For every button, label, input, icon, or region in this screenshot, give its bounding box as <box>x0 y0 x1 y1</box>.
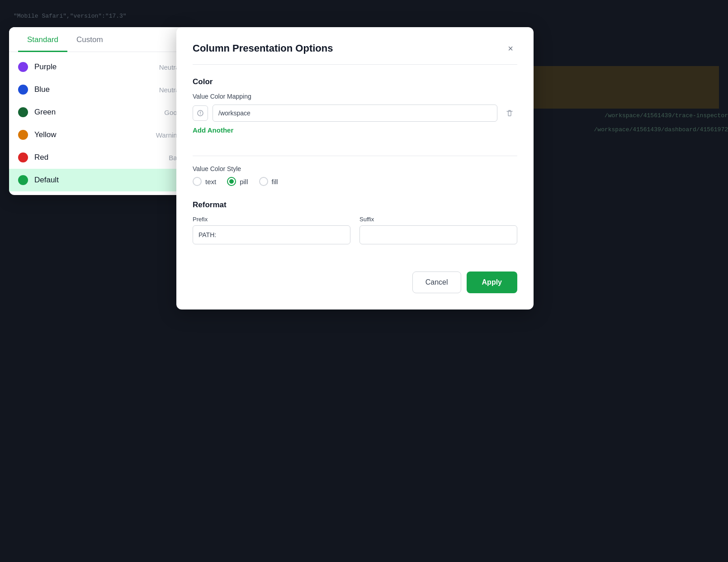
tab-standard[interactable]: Standard <box>18 27 67 52</box>
prefix-suffix-row: Prefix Suffix <box>193 216 517 244</box>
value-mapping-row <box>193 105 517 122</box>
color-name-purple: Purple <box>34 62 153 71</box>
mapping-section-label: Value Color Mapping <box>193 93 517 100</box>
style-option-text[interactable]: text <box>193 177 216 186</box>
modal-header: Column Presentation Options × <box>193 42 517 65</box>
modal-title: Column Presentation Options <box>193 43 333 54</box>
color-item-yellow[interactable]: YellowWarning <box>9 124 190 146</box>
color-dot-default <box>18 175 28 185</box>
color-item-default[interactable]: Default <box>9 169 190 191</box>
mapping-input[interactable] <box>213 105 497 122</box>
color-list: PurpleNeutralBlueNeutralGreenGoodYellowW… <box>9 52 190 195</box>
edit-icon <box>197 110 203 116</box>
color-name-blue: Blue <box>34 85 153 94</box>
style-section-label: Value Color Style <box>193 165 517 172</box>
color-section-label: Color <box>193 77 517 86</box>
color-item-purple[interactable]: PurpleNeutral <box>9 56 190 78</box>
tabs-header: Standard Custom <box>9 27 190 52</box>
color-item-blue[interactable]: BlueNeutral <box>9 78 190 101</box>
apply-button[interactable]: Apply <box>467 271 517 293</box>
suffix-input[interactable] <box>359 225 517 244</box>
color-dot-red <box>18 152 28 162</box>
tab-custom[interactable]: Custom <box>67 27 112 52</box>
color-item-green[interactable]: GreenGood <box>9 101 190 124</box>
suffix-group: Suffix <box>359 216 517 244</box>
radio-pill <box>227 177 236 186</box>
prefix-label: Prefix <box>193 216 350 223</box>
color-name-green: Green <box>34 108 158 117</box>
style-options: textpillfill <box>193 177 517 186</box>
delete-mapping-button[interactable] <box>502 105 517 121</box>
color-dot-purple <box>18 62 28 72</box>
add-another-button[interactable]: Add Another <box>193 126 233 134</box>
radio-label-pill: pill <box>240 178 248 186</box>
color-name-red: Red <box>34 153 162 162</box>
cancel-button[interactable]: Cancel <box>412 271 461 293</box>
reformat-label: Reformat <box>193 200 517 210</box>
column-presentation-modal: Column Presentation Options × Color Valu… <box>176 27 534 310</box>
radio-text <box>193 177 202 186</box>
color-item-red[interactable]: RedBad <box>9 146 190 169</box>
color-dot-green <box>18 107 28 117</box>
prefix-input[interactable] <box>193 225 350 244</box>
close-button[interactable]: × <box>504 42 517 55</box>
radio-fill <box>259 177 268 186</box>
style-section: Value Color Style textpillfill <box>193 165 517 186</box>
edit-mapping-button[interactable] <box>193 105 208 121</box>
radio-label-text: text <box>205 178 216 186</box>
prefix-group: Prefix <box>193 216 350 244</box>
trash-icon <box>506 109 514 117</box>
suffix-label: Suffix <box>359 216 517 223</box>
radio-label-fill: fill <box>272 178 278 186</box>
color-section: Color Value Color Mapping Add Another <box>193 77 517 147</box>
color-dot-blue <box>18 85 28 95</box>
style-option-fill[interactable]: fill <box>259 177 278 186</box>
left-panel: Standard Custom PurpleNeutralBlueNeutral… <box>9 27 190 195</box>
reformat-section: Reformat Prefix Suffix <box>193 200 517 244</box>
style-option-pill[interactable]: pill <box>227 177 248 186</box>
color-name-default: Default <box>34 176 175 185</box>
color-dot-yellow <box>18 130 28 140</box>
modal-footer: Cancel Apply <box>193 271 517 293</box>
divider-1 <box>193 156 517 156</box>
color-name-yellow: Yellow <box>34 130 150 139</box>
